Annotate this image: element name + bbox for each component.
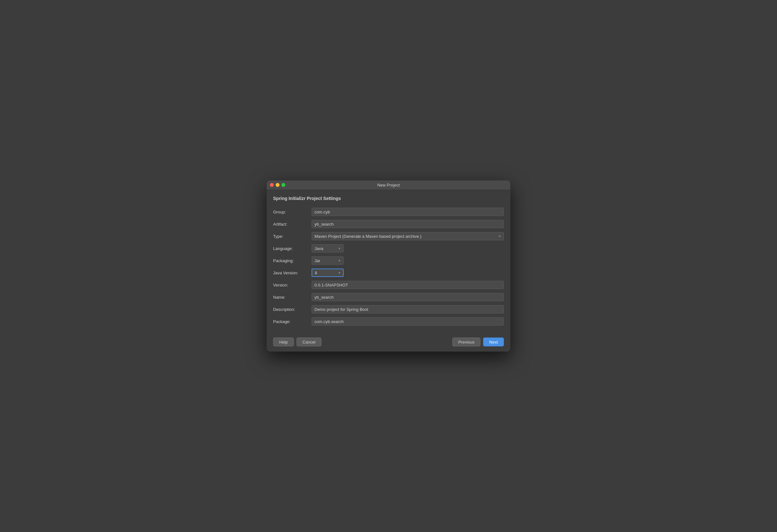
type-label: Type: (273, 231, 312, 241)
form-grid: Group: Artifact: Type: Maven Project (Ge… (273, 207, 504, 328)
name-field (312, 292, 504, 302)
section-title: Spring Initializr Project Settings (273, 196, 504, 201)
package-label: Package: (273, 316, 312, 326)
footer: Help Cancel Previous Next (267, 334, 510, 352)
previous-button[interactable]: Previous (452, 338, 481, 347)
language-select[interactable]: Java Kotlin Groovy (312, 244, 344, 253)
new-project-window: New Project Spring Initializr Project Se… (267, 180, 510, 352)
language-label: Language: (273, 243, 312, 254)
version-label: Version: (273, 280, 312, 290)
description-input[interactable] (312, 305, 504, 313)
java-version-select[interactable]: 8 11 17 (312, 269, 344, 277)
packaging-label: Packaging: (273, 255, 312, 266)
footer-right: Previous Next (452, 338, 504, 347)
artifact-input[interactable] (312, 220, 504, 228)
maximize-button[interactable] (282, 183, 285, 187)
footer-left: Help Cancel (273, 338, 322, 347)
java-version-field: 8 11 17 ▼ (312, 268, 504, 278)
java-version-label: Java Version: (273, 268, 312, 278)
packaging-field: Jar War ▼ (312, 255, 504, 266)
packaging-select-wrapper: Jar War ▼ (312, 256, 344, 265)
version-input[interactable] (312, 281, 504, 289)
group-input[interactable] (312, 208, 504, 216)
artifact-field (312, 219, 504, 229)
package-field (312, 316, 504, 326)
window-title: New Project (377, 183, 400, 187)
name-input[interactable] (312, 293, 504, 301)
cancel-button[interactable]: Cancel (297, 338, 322, 347)
title-bar: New Project (267, 180, 510, 189)
minimize-button[interactable] (276, 183, 280, 187)
language-field: Java Kotlin Groovy ▼ (312, 243, 504, 254)
java-version-select-wrapper: 8 11 17 ▼ (312, 269, 344, 277)
description-field (312, 304, 504, 314)
window-controls (270, 183, 285, 187)
language-select-wrapper: Java Kotlin Groovy ▼ (312, 244, 344, 253)
group-label: Group: (273, 207, 312, 217)
package-input[interactable] (312, 317, 504, 325)
name-label: Name: (273, 292, 312, 302)
help-button[interactable]: Help (273, 338, 294, 347)
packaging-select[interactable]: Jar War (312, 256, 344, 265)
type-field: Maven Project (Generate a Maven based pr… (312, 231, 504, 241)
next-button[interactable]: Next (483, 338, 504, 347)
close-button[interactable] (270, 183, 274, 187)
version-field (312, 280, 504, 290)
artifact-label: Artifact: (273, 219, 312, 229)
type-select[interactable]: Maven Project (Generate a Maven based pr… (312, 232, 504, 240)
content-area: Spring Initializr Project Settings Group… (267, 189, 510, 334)
group-field (312, 207, 504, 217)
description-label: Description: (273, 304, 312, 314)
type-select-wrapper: Maven Project (Generate a Maven based pr… (312, 232, 504, 240)
